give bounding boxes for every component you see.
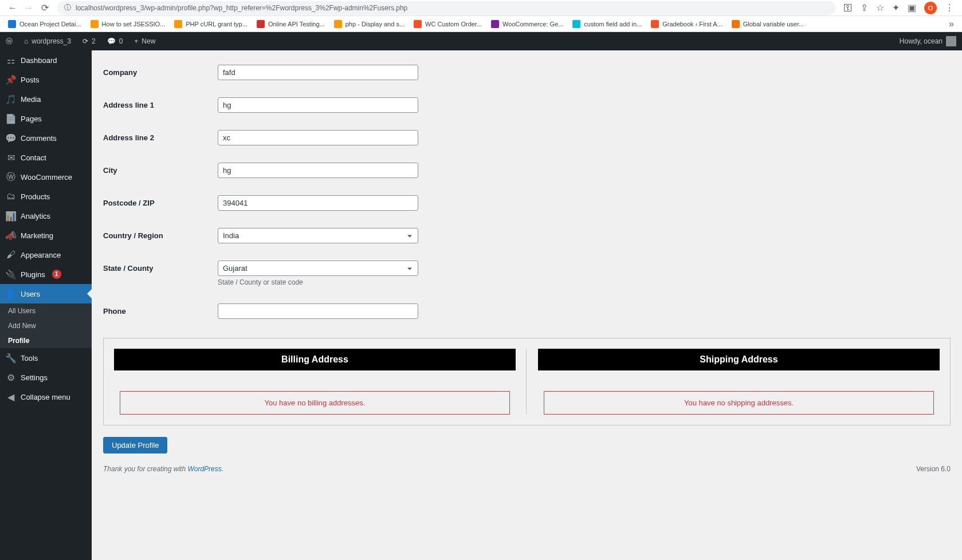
bookmark-item[interactable]: WooCommerce: Ge... [488, 18, 567, 30]
sidebar-item-users[interactable]: 👤Users [0, 284, 92, 303]
bookmarks-overflow[interactable]: » [945, 19, 957, 29]
bookmark-item[interactable]: Global variable user... [728, 18, 807, 30]
bookmark-favicon-icon [8, 20, 16, 28]
sidebar-item-contact[interactable]: ✉Contact [0, 148, 92, 167]
settings-icon: ⚙ [6, 372, 16, 382]
sidebar-item-marketing[interactable]: 📣Marketing [0, 226, 92, 245]
address2-input[interactable] [218, 130, 418, 145]
sidebar-item-label: Appearance [21, 251, 61, 259]
sidebar-item-comments[interactable]: 💬Comments [0, 128, 92, 148]
sidebar-item-label: Comments [21, 134, 57, 143]
new-link[interactable]: + New [128, 32, 161, 50]
bookmarks-bar: Ocean Project Detai...How to set JSESSIO… [0, 16, 962, 32]
bookmark-item[interactable]: PHP cURL grant typ... [171, 18, 251, 30]
share-icon[interactable]: ⇪ [861, 2, 868, 13]
bookmark-favicon-icon [334, 20, 342, 28]
star-icon[interactable]: ☆ [876, 2, 884, 13]
site-link[interactable]: ⌂ wordpress_3 [18, 32, 77, 50]
wp-logo[interactable]: ⓦ [0, 32, 18, 50]
panel-icon[interactable]: ▣ [908, 2, 916, 13]
submenu-item-all-users[interactable]: All Users [0, 303, 92, 318]
url-text: localhost/wordpress_3/wp-admin/profile.p… [76, 4, 407, 12]
footer-thanks-prefix: Thank you for creating with [103, 465, 187, 473]
sidebar-submenu: All UsersAdd NewProfile [0, 303, 92, 348]
sidebar-item-settings[interactable]: ⚙Settings [0, 368, 92, 387]
shipping-address-column: Shipping Address You have no shipping ad… [538, 349, 940, 415]
media-icon: 🎵 [6, 94, 16, 104]
reload-button[interactable]: ⟳ [37, 0, 53, 16]
collapse-icon: ◀ [6, 392, 16, 402]
bookmark-item[interactable]: php - Display and s... [331, 18, 408, 30]
sidebar-item-collapse-menu[interactable]: ◀Collapse menu [0, 387, 92, 407]
bookmark-item[interactable]: How to set JSESSIO... [87, 18, 169, 30]
sidebar-item-appearance[interactable]: 🖌Appearance [0, 245, 92, 265]
sidebar-item-tools[interactable]: 🔧Tools [0, 348, 92, 368]
bookmark-item[interactable]: Gradebook ‹ First A... [647, 18, 726, 30]
company-input[interactable] [218, 65, 418, 80]
main-content: Company Address line 1 Address line 2 Ci… [92, 50, 962, 560]
billing-title: Billing Address [114, 349, 516, 370]
updates-icon: ⟳ [83, 37, 88, 45]
address-bar[interactable]: ⓘ localhost/wordpress_3/wp-admin/profile… [57, 1, 835, 15]
menu-icon[interactable]: ⋮ [945, 2, 954, 13]
bookmark-item[interactable]: WC Custom Order... [410, 18, 485, 30]
sidebar-item-label: Settings [21, 373, 48, 382]
sidebar-item-plugins[interactable]: 🔌Plugins1 [0, 265, 92, 284]
state-description: State / County or state code [218, 278, 951, 286]
submenu-item-profile[interactable]: Profile [0, 333, 92, 348]
sidebar-item-products[interactable]: 🗂Products [0, 187, 92, 206]
bookmark-item[interactable]: Ocean Project Detai... [5, 18, 85, 30]
bookmark-item[interactable]: custom field add in... [569, 18, 645, 30]
bookmark-favicon-icon [732, 20, 740, 28]
postcode-input[interactable] [218, 195, 418, 211]
key-icon[interactable]: ⚿ [843, 3, 853, 13]
sidebar-item-label: Tools [21, 354, 38, 362]
state-label: State / County [103, 261, 218, 273]
bookmark-label: custom field add in... [584, 21, 642, 27]
back-button[interactable]: ← [5, 0, 21, 16]
profile-avatar[interactable]: O [924, 2, 937, 14]
howdy-link[interactable]: Howdy, ocean [894, 32, 962, 50]
phone-input[interactable] [218, 303, 418, 319]
sidebar-item-label: Collapse menu [21, 393, 70, 401]
state-select[interactable]: Gujarat [218, 261, 418, 276]
sidebar-item-label: Marketing [21, 231, 53, 240]
sidebar-item-label: Dashboard [21, 56, 57, 65]
updates-link[interactable]: ⟳ 2 [77, 32, 101, 50]
sidebar-item-woocommerce[interactable]: ⓦWooCommerce [0, 167, 92, 187]
extensions-icon[interactable]: ✦ [892, 2, 900, 13]
sidebar-item-dashboard[interactable]: ⚏Dashboard [0, 50, 92, 70]
shipping-title: Shipping Address [538, 349, 940, 370]
footer-wordpress-link[interactable]: WordPress [187, 465, 221, 473]
update-profile-button[interactable]: Update Profile [103, 437, 167, 453]
bookmark-favicon-icon [257, 20, 265, 28]
sidebar-item-media[interactable]: 🎵Media [0, 89, 92, 109]
sidebar-item-pages[interactable]: 📄Pages [0, 109, 92, 128]
sidebar-item-analytics[interactable]: 📊Analytics [0, 206, 92, 226]
sidebar-item-label: Products [21, 192, 50, 201]
forward-button[interactable]: → [21, 0, 37, 16]
bookmark-label: PHP cURL grant typ... [186, 21, 248, 27]
user-avatar-icon [946, 36, 956, 46]
country-select[interactable]: India [218, 228, 418, 243]
profile-form: Company Address line 1 Address line 2 Ci… [103, 56, 951, 328]
city-input[interactable] [218, 163, 418, 178]
bookmark-favicon-icon [651, 20, 659, 28]
site-info-icon[interactable]: ⓘ [64, 3, 71, 13]
bookmark-label: How to set JSESSIO... [102, 21, 166, 27]
postcode-label: Postcode / ZIP [103, 195, 218, 207]
plugins-icon: 🔌 [6, 269, 16, 279]
sidebar-item-label: Media [21, 95, 41, 104]
analytics-icon: 📊 [6, 211, 16, 221]
woo-icon: ⓦ [6, 172, 16, 182]
address1-input[interactable] [218, 97, 418, 113]
bookmark-item[interactable]: Online API Testing... [253, 18, 328, 30]
bookmark-label: WooCommerce: Ge... [502, 21, 563, 27]
bookmark-label: Gradebook ‹ First A... [662, 21, 723, 27]
admin-sidebar: ⚏Dashboard📌Posts🎵Media📄Pages💬Comments✉Co… [0, 50, 92, 560]
comments-link[interactable]: 💬 0 [101, 32, 129, 50]
sidebar-item-label: Contact [21, 153, 46, 162]
sidebar-item-label: Plugins [21, 270, 45, 279]
submenu-item-add-new[interactable]: Add New [0, 318, 92, 333]
sidebar-item-posts[interactable]: 📌Posts [0, 70, 92, 89]
